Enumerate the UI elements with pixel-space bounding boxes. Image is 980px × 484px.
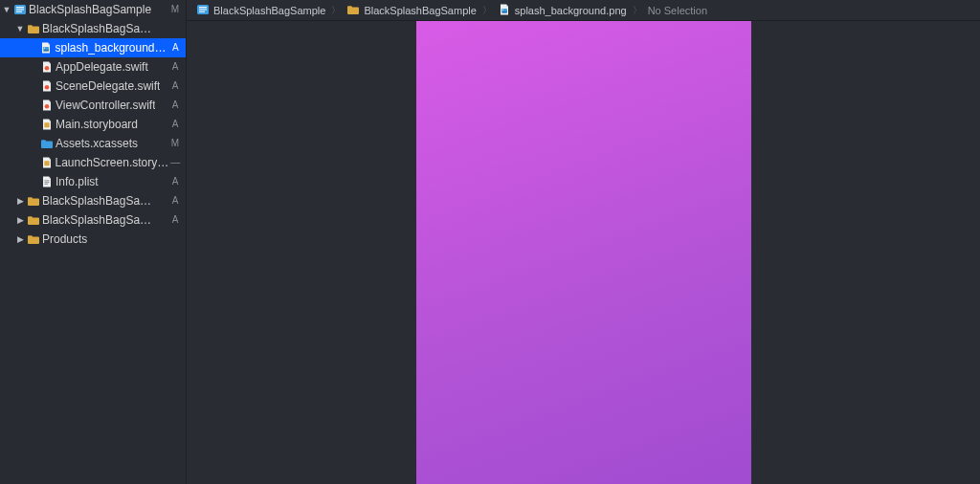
tree-item-label: BlackSplashBagSample… (42, 210, 157, 230)
tree-item-label: Info.plist (56, 172, 99, 191)
tree-row-group[interactable]: ▼ BlackSplashBagSample (0, 19, 186, 38)
tree-item-label: SceneDelegate.swift (56, 77, 160, 96)
scm-status-badge: A (168, 96, 182, 115)
tree-item-label: Assets.xcassets (56, 134, 138, 153)
tree-item-label: Products (42, 230, 87, 249)
swift-file-icon (40, 79, 54, 93)
xcode-project-icon (196, 3, 210, 18)
folder-icon (27, 232, 40, 246)
image-file-icon (498, 3, 511, 18)
app-root: ▼ BlackSplashBagSample M ▼ BlackSplashBa… (0, 0, 980, 484)
tree-item-label: ViewController.swift (56, 96, 155, 115)
tree-item-label: BlackSplashBagSample… (42, 191, 157, 210)
tree-row-group[interactable]: ▶ BlackSplashBagSample… A (0, 191, 186, 210)
scm-status-badge: M (168, 0, 182, 19)
chevron-right-icon: 〉 (633, 4, 642, 17)
folder-icon (346, 3, 360, 18)
file-tree: ▼ BlackSplashBagSample M ▼ BlackSplashBa… (0, 0, 186, 484)
breadcrumb-segment[interactable]: splash_background.png (498, 3, 627, 18)
scm-status-badge: A (168, 115, 182, 134)
scm-status-badge: A (168, 210, 182, 230)
folder-icon (27, 22, 40, 35)
scm-status-badge: A (169, 38, 182, 57)
tree-row-file[interactable]: ▶ splash_background.p… A (0, 38, 186, 57)
breadcrumb-segment[interactable]: BlackSplashBagSample (196, 3, 325, 18)
image-preview-canvas (187, 21, 980, 484)
tree-item-label: BlackSplashBagSample (29, 0, 151, 19)
scm-status-badge: A (168, 172, 182, 191)
scm-status-badge: A (168, 57, 182, 77)
chevron-right-icon: 〉 (331, 4, 341, 17)
disclosure-triangle-icon[interactable]: ▼ (15, 19, 25, 38)
breadcrumb-label: splash_background.png (515, 5, 627, 16)
breadcrumb-tail[interactable]: No Selection (648, 5, 707, 16)
scm-status-badge: A (168, 77, 182, 96)
preview-image (416, 21, 751, 484)
disclosure-triangle-icon[interactable]: ▶ (15, 191, 25, 210)
tree-row-file[interactable]: ▶ LaunchScreen.storyb… — (0, 153, 186, 172)
xcode-project-icon (13, 3, 27, 16)
swift-file-icon (40, 99, 54, 112)
tree-row-file[interactable]: ▶ Assets.xcassets M (0, 134, 186, 153)
storyboard-file-icon (40, 118, 54, 131)
tree-row-group[interactable]: ▶ BlackSplashBagSample… A (0, 210, 186, 230)
breadcrumb-label: BlackSplashBagSample (364, 5, 476, 16)
tree-row-group[interactable]: ▶ Products (0, 230, 186, 249)
breadcrumb-segment[interactable]: BlackSplashBagSample (346, 3, 476, 18)
scm-status-badge: A (168, 191, 182, 210)
folder-icon (27, 213, 40, 227)
tree-row-file[interactable]: ▶ Info.plist A (0, 172, 186, 191)
jump-bar[interactable]: BlackSplashBagSample 〉 BlackSplashBagSam… (187, 0, 980, 21)
tree-row-file[interactable]: ▶ SceneDelegate.swift A (0, 77, 186, 96)
plist-file-icon (40, 175, 54, 188)
tree-item-label: splash_background.p… (55, 38, 168, 57)
disclosure-triangle-icon[interactable]: ▶ (15, 210, 25, 230)
tree-item-label: LaunchScreen.storyb… (56, 153, 169, 172)
image-file-icon (39, 41, 53, 55)
chevron-right-icon: 〉 (482, 4, 492, 17)
tree-row-file[interactable]: ▶ AppDelegate.swift A (0, 57, 186, 77)
tree-row-file[interactable]: ▶ ViewController.swift A (0, 96, 186, 115)
tree-row-project-root[interactable]: ▼ BlackSplashBagSample M (0, 0, 186, 19)
folder-icon (27, 194, 40, 208)
scm-status-badge: M (168, 134, 182, 153)
editor-area: BlackSplashBagSample 〉 BlackSplashBagSam… (187, 0, 980, 484)
disclosure-triangle-icon[interactable]: ▶ (15, 230, 25, 249)
tree-item-label: Main.storyboard (56, 115, 138, 134)
assets-folder-icon (40, 137, 54, 150)
project-navigator: ▼ BlackSplashBagSample M ▼ BlackSplashBa… (0, 0, 187, 484)
tree-item-label: BlackSplashBagSample (42, 19, 157, 38)
scm-status-badge: — (169, 153, 182, 172)
swift-file-icon (40, 60, 54, 74)
tree-row-file[interactable]: ▶ Main.storyboard A (0, 115, 186, 134)
breadcrumb-label: BlackSplashBagSample (213, 5, 325, 16)
tree-item-label: AppDelegate.swift (56, 57, 148, 77)
storyboard-file-icon (40, 156, 54, 169)
disclosure-triangle-icon[interactable]: ▼ (2, 0, 11, 19)
